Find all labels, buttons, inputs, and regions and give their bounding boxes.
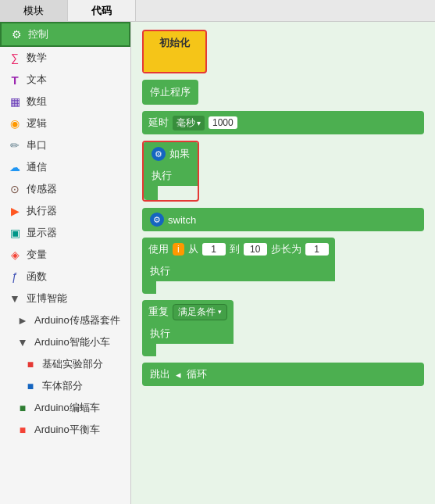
- arduino-sensor-arrow-icon: ►: [16, 313, 30, 327]
- control-icon: ⚙: [9, 27, 23, 41]
- for-from-label: 从: [188, 242, 198, 256]
- sidebar-item-comm-label: 通信: [27, 160, 47, 174]
- delay-block[interactable]: 延时 毫秒 1000: [142, 111, 424, 134]
- exec-label-1: 执行: [152, 169, 172, 183]
- switch-label: switch: [168, 214, 196, 226]
- for-var-label: i: [173, 243, 184, 256]
- arduino-bat-icon: ■: [16, 401, 30, 415]
- sidebar-item-logic[interactable]: ◉ 逻辑: [0, 113, 130, 134]
- car-body-icon: ■: [23, 379, 37, 393]
- for-block[interactable]: 使用 i 从 1 到 10 步长为 1 执行: [142, 238, 335, 294]
- sidebar-item-math[interactable]: ∑ 数学: [0, 47, 130, 69]
- sidebar-item-arduino-bal[interactable]: ■ Arduino平衡车: [0, 419, 130, 441]
- sidebar-item-array-label: 数组: [27, 95, 47, 109]
- sidebar-item-yabo[interactable]: ▼ 亚博智能: [0, 288, 130, 309]
- switch-gear-icon[interactable]: ⚙: [150, 213, 164, 227]
- repeat-cond-dropdown[interactable]: 满足条件: [173, 304, 227, 320]
- sidebar-item-arduino-car-label: Arduino智能小车: [34, 335, 110, 349]
- sidebar-item-func-label: 函数: [27, 270, 47, 284]
- sidebar: ⚙ 控制 ∑ 数学 T 文本 ▦ 数组 ◉ 逻辑 ✏ 串口 ☁ 通信 ⊙ 传感器: [0, 22, 131, 504]
- for-use-label: 使用: [148, 242, 169, 256]
- sidebar-item-basic-exp[interactable]: ■ 基础实验部分: [0, 353, 130, 375]
- arduino-bal-icon: ■: [16, 423, 30, 437]
- sidebar-item-var-label: 变量: [27, 248, 47, 262]
- for-to-label: 到: [230, 242, 240, 256]
- sidebar-item-actuator-label: 执行器: [27, 204, 57, 218]
- sidebar-item-arduino-sensor-label: Arduino传感器套件: [34, 313, 120, 327]
- stop-label: 停止程序: [150, 85, 191, 99]
- stop-block[interactable]: 停止程序: [142, 80, 198, 105]
- sidebar-item-car-body[interactable]: ■ 车体部分: [0, 375, 130, 397]
- sidebar-item-display-label: 显示器: [27, 226, 57, 240]
- main-area: ⚙ 控制 ∑ 数学 T 文本 ▦ 数组 ◉ 逻辑 ✏ 串口 ☁ 通信 ⊙ 传感器: [0, 22, 435, 504]
- repeat-label: 重复: [148, 305, 169, 319]
- arduino-car-arrow-icon: ▼: [16, 335, 30, 349]
- yabo-arrow-icon: ▼: [8, 291, 22, 306]
- exec-label-3: 执行: [150, 327, 170, 341]
- sidebar-item-car-body-label: 车体部分: [42, 379, 83, 393]
- sidebar-item-func[interactable]: ƒ 函数: [0, 266, 130, 288]
- sidebar-item-comm[interactable]: ☁ 通信: [0, 156, 130, 178]
- sidebar-item-array[interactable]: ▦ 数组: [0, 91, 130, 113]
- jump-separator: ◂: [176, 369, 181, 381]
- sidebar-item-display[interactable]: ▣ 显示器: [0, 222, 130, 244]
- math-icon: ∑: [8, 51, 22, 65]
- delay-unit-dropdown[interactable]: 毫秒: [173, 116, 205, 130]
- if-block[interactable]: ⚙ 如果 执行: [142, 141, 199, 202]
- loop-label: 循环: [187, 367, 207, 381]
- comm-icon: ☁: [8, 160, 22, 174]
- for-from-input[interactable]: 1: [202, 243, 226, 256]
- for-step-label: 步长为: [271, 242, 301, 256]
- tab-code[interactable]: 代码: [68, 0, 136, 21]
- text-icon: T: [8, 73, 22, 87]
- jump-label: 跳出: [150, 367, 170, 381]
- repeat-block[interactable]: 重复 满足条件 执行: [142, 300, 234, 356]
- sidebar-item-arduino-bat-label: Arduino编蝠车: [34, 401, 100, 415]
- delay-unit-label: 毫秒: [176, 116, 195, 130]
- sidebar-item-sensor-label: 传感器: [27, 182, 57, 196]
- sidebar-item-serial-label: 串口: [27, 138, 47, 152]
- delay-label: 延时: [148, 116, 169, 130]
- if-label: 如果: [169, 147, 190, 161]
- sidebar-item-arduino-sensor[interactable]: ► Arduino传感器套件: [0, 309, 130, 331]
- actuator-icon: ▶: [8, 204, 22, 218]
- func-icon: ƒ: [8, 270, 22, 284]
- sidebar-item-text[interactable]: T 文本: [0, 69, 130, 91]
- logic-icon: ◉: [8, 116, 22, 130]
- sidebar-item-yabo-label: 亚博智能: [27, 291, 67, 306]
- sidebar-item-logic-label: 逻辑: [27, 116, 47, 130]
- sidebar-item-serial[interactable]: ✏ 串口: [0, 134, 130, 156]
- jump-block[interactable]: 跳出 ◂ 循环: [142, 363, 424, 386]
- sidebar-item-text-label: 文本: [27, 73, 47, 87]
- delay-value-input[interactable]: 1000: [209, 116, 237, 129]
- sidebar-item-sensor[interactable]: ⊙ 传感器: [0, 178, 130, 200]
- serial-icon: ✏: [8, 138, 22, 152]
- sensor-icon: ⊙: [8, 182, 22, 196]
- sidebar-item-control[interactable]: ⚙ 控制: [0, 22, 130, 47]
- header: 模块 代码: [0, 0, 435, 22]
- switch-block[interactable]: ⚙ switch: [142, 208, 424, 231]
- blocks-content: 初始化 停止程序 延时 毫秒 1000 ⚙ 如果 执行: [131, 22, 435, 504]
- sidebar-item-actuator[interactable]: ▶ 执行器: [0, 200, 130, 222]
- sidebar-item-math-label: 数学: [27, 51, 47, 65]
- sidebar-item-var[interactable]: ◈ 变量: [0, 244, 130, 266]
- init-label: 初始化: [159, 36, 190, 50]
- if-gear-icon[interactable]: ⚙: [152, 147, 166, 161]
- sidebar-item-arduino-car[interactable]: ▼ Arduino智能小车: [0, 331, 130, 353]
- exec-label-2: 执行: [150, 264, 170, 278]
- var-icon: ◈: [8, 248, 22, 262]
- sidebar-item-control-label: 控制: [28, 27, 48, 41]
- tab-modules-label: 模块: [23, 4, 44, 18]
- sidebar-item-arduino-bal-label: Arduino平衡车: [34, 423, 100, 437]
- sidebar-item-arduino-bat[interactable]: ■ Arduino编蝠车: [0, 397, 130, 419]
- basic-exp-icon: ■: [23, 357, 37, 371]
- for-step-input[interactable]: 1: [305, 243, 329, 256]
- for-to-input[interactable]: 10: [244, 243, 267, 256]
- tab-code-label: 代码: [91, 4, 112, 18]
- array-icon: ▦: [8, 95, 22, 109]
- init-block[interactable]: 初始化: [142, 30, 207, 73]
- sidebar-item-basic-exp-label: 基础实验部分: [42, 357, 103, 371]
- tab-modules[interactable]: 模块: [0, 0, 68, 21]
- display-icon: ▣: [8, 226, 22, 240]
